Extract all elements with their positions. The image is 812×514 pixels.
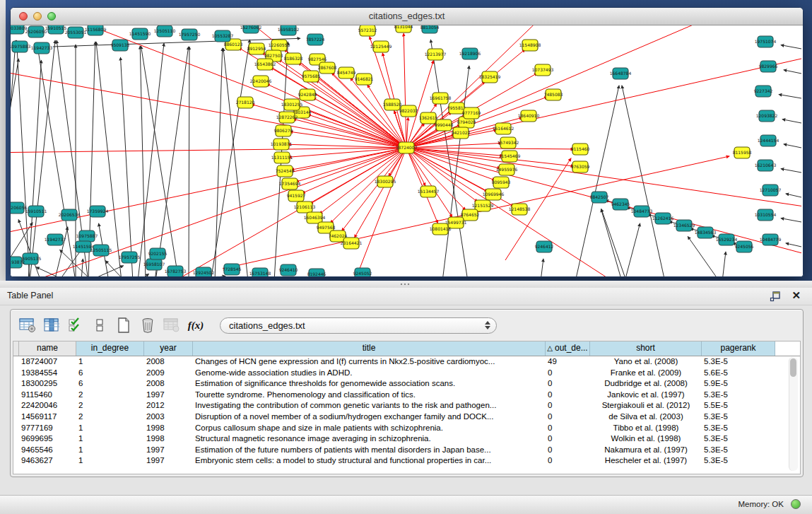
graph-node[interactable]: 12710057	[760, 185, 782, 196]
graph-node[interactable]: 17354694	[279, 178, 301, 189]
cell-title[interactable]: Estimation of the future numbers of pati…	[193, 445, 546, 456]
cell-in_degree[interactable]: 2	[76, 411, 144, 423]
citation-edge-red[interactable]	[406, 148, 466, 210]
graph-node[interactable]: 15910511	[25, 206, 47, 217]
graph-node[interactable]: 2867608	[318, 62, 337, 74]
graph-node[interactable]: 12106113	[294, 201, 316, 213]
graph-node[interactable]: 7728545	[223, 264, 242, 275]
table-row[interactable]: 1938455462009Genome-wide association stu…	[13, 368, 800, 379]
cell-in_degree[interactable]: 1	[76, 356, 144, 368]
citation-edge-black[interactable]	[81, 259, 83, 276]
graph-node[interactable]: 9990448	[435, 119, 454, 131]
citation-edge-black[interactable]	[215, 48, 223, 276]
graph-node[interactable]: 9202155	[148, 248, 167, 259]
graph-node[interactable]: 11311151	[271, 152, 293, 163]
cell-year[interactable]: 1997	[144, 390, 193, 401]
graph-node[interactable]: 25206050	[25, 26, 47, 37]
cell-year[interactable]: 2012	[144, 400, 193, 411]
float-panel-icon[interactable]	[770, 291, 781, 302]
cell-name[interactable]: 22420046	[19, 400, 76, 411]
graph-node[interactable]: 9763059	[571, 161, 590, 173]
citation-edge-black[interactable]	[576, 86, 619, 276]
cell-in_degree[interactable]: 2	[76, 390, 144, 401]
table-row[interactable]: 946554611997Estimation of the future num…	[13, 445, 800, 456]
table-row[interactable]: 911546021997Tourette syndrome. Phenomeno…	[13, 390, 800, 401]
graph-node[interactable]: 18301255	[281, 99, 303, 110]
cell-out_de[interactable]: 0	[546, 368, 590, 379]
cell-title[interactable]: Structural magnetic resonance image aver…	[193, 433, 546, 445]
cell-year[interactable]: 1998	[144, 423, 193, 434]
cell-pagerank[interactable]: 5.3E-5	[702, 445, 775, 456]
cell-title[interactable]: Estimation of significance thresholds fo…	[193, 378, 546, 390]
graph-node[interactable]: 5572312	[358, 25, 377, 36]
cell-title[interactable]: Disruption of a novel member of a sodium…	[193, 411, 546, 423]
cell-pagerank[interactable]: 5.3E-5	[702, 411, 775, 423]
cell-title[interactable]: Genome-wide association studies in ADHD.	[193, 368, 546, 379]
cell-in_degree[interactable]: 1	[76, 445, 144, 456]
cell-in_degree[interactable]: 6	[76, 368, 144, 379]
graph-node[interactable]: 10553287	[212, 30, 234, 42]
table-settings-icon[interactable]	[18, 315, 37, 335]
citation-edge-black[interactable]	[601, 209, 625, 276]
citation-edge-black[interactable]	[625, 223, 640, 276]
cell-pagerank[interactable]: 5.6E-5	[702, 368, 775, 379]
cell-short[interactable]: Hescheler et al. (1997)	[590, 455, 702, 467]
graph-node[interactable]: 16543862	[254, 59, 276, 70]
graph-node[interactable]: 10737493	[532, 64, 554, 76]
graph-node[interactable]: 12213977	[425, 49, 447, 60]
citation-edge-black[interactable]	[139, 274, 149, 276]
cell-out_de[interactable]: 0	[546, 433, 590, 445]
graph-node[interactable]: 10975887	[76, 230, 98, 242]
graph-node[interactable]: 9509135	[111, 40, 130, 51]
cell-out_de[interactable]: 0	[546, 400, 590, 411]
scrollbar-thumb[interactable]	[790, 358, 796, 377]
graph-node[interactable]: 2718120	[236, 97, 255, 108]
citation-edge-black[interactable]	[781, 169, 801, 173]
cell-name[interactable]: 9699695	[19, 433, 76, 445]
graph-node[interactable]: 17359924	[87, 206, 109, 217]
cell-title[interactable]: Changes of HCN gene expression and I(f) …	[193, 356, 546, 368]
citation-edge-black[interactable]	[782, 119, 801, 123]
cell-short[interactable]: Franke et al. (2009)	[590, 368, 702, 379]
cell-name[interactable]: 14569117	[19, 411, 76, 423]
citation-edge-red[interactable]	[406, 148, 574, 149]
graph-node[interactable]: 12444154	[758, 135, 779, 146]
graph-node[interactable]: 12125449	[370, 41, 392, 52]
cell-title[interactable]: Embryonic stem cells: a model to study s…	[193, 455, 546, 467]
citation-network-graph[interactable]: 8860123891295412260558982750316543862818…	[11, 25, 801, 276]
cell-pagerank[interactable]: 5.9E-5	[702, 378, 775, 390]
cell-name[interactable]: 18300295	[19, 378, 76, 390]
graph-node[interactable]: 9421022	[452, 127, 471, 139]
graph-node[interactable]: 10801416	[430, 223, 452, 235]
graph-node[interactable]: 9829966	[759, 61, 778, 72]
cell-pagerank[interactable]: 5.3E-5	[702, 390, 775, 401]
panel-divider[interactable]	[0, 281, 812, 288]
cell-pagerank[interactable]: 5.3E-5	[702, 356, 775, 368]
cell-name[interactable]: 19384554	[19, 368, 76, 379]
graph-node[interactable]: 17957250	[179, 29, 201, 40]
citation-edge-red[interactable]	[406, 148, 438, 223]
cell-pagerank[interactable]: 5.3E-5	[702, 433, 775, 445]
citation-edge-black[interactable]	[541, 259, 543, 276]
graph-hub-node[interactable]: 18724007	[396, 142, 418, 153]
graph-node[interactable]: 16648784	[610, 68, 632, 79]
cell-short[interactable]: Stergiakouli et al. (2012)	[590, 400, 702, 411]
citation-edge-black[interactable]	[781, 218, 801, 222]
citation-edge-black[interactable]	[138, 43, 164, 276]
graph-node[interactable]: 9462345	[611, 199, 630, 210]
cell-short[interactable]: Jankovic et al. (1997)	[590, 390, 702, 401]
graph-node[interactable]: 11262416	[652, 213, 674, 224]
import-table-icon[interactable]	[162, 315, 182, 335]
divider-grip-icon[interactable]	[400, 283, 410, 286]
citation-edge-black[interactable]	[786, 243, 801, 247]
column-header-short[interactable]: short	[590, 341, 702, 356]
graph-node[interactable]: 9242848	[298, 89, 317, 100]
graph-node[interactable]: 14834563	[695, 227, 717, 238]
cell-title[interactable]: Corpus callosum shape and size in male p…	[193, 423, 546, 434]
graph-node[interactable]: 11451590	[129, 28, 151, 40]
citation-edge-red[interactable]	[291, 148, 406, 170]
cell-out_de[interactable]: 0	[546, 390, 590, 401]
column-header-in_degree[interactable]: in_degree	[76, 341, 144, 356]
citation-edge-black[interactable]	[28, 60, 41, 276]
citation-edge-black[interactable]	[622, 86, 664, 276]
